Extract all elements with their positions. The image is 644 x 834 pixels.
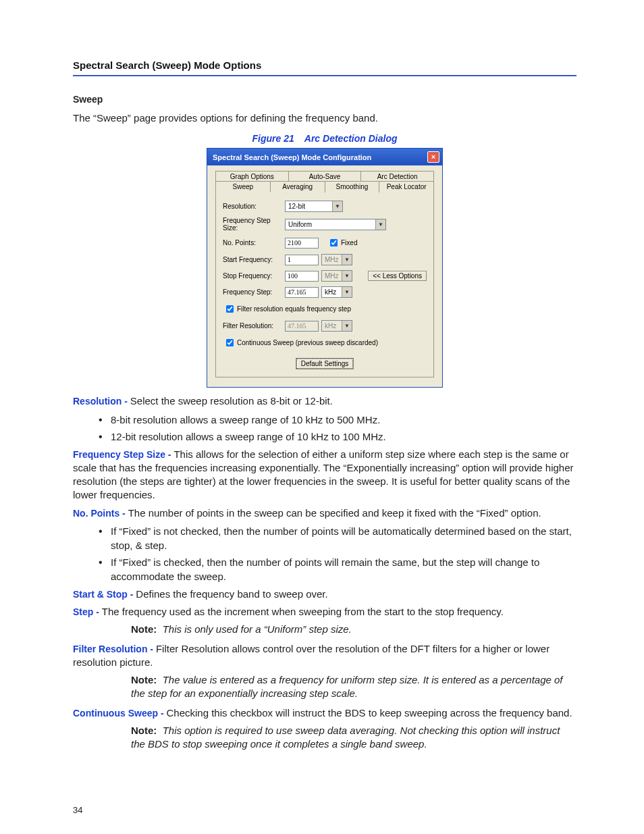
chevron-down-icon: ▼	[375, 219, 385, 230]
freq-step-size-term: Frequency Step Size -	[73, 449, 173, 460]
tab-auto-save[interactable]: Auto-Save	[289, 171, 362, 182]
continuous-sweep-text: Checking this checkbox will instruct the…	[166, 707, 572, 719]
filter-eq-label: Filter resolution equals frequency step	[237, 305, 351, 313]
no-points-input[interactable]	[285, 238, 319, 249]
freq-step-input[interactable]	[285, 287, 319, 298]
tab-sweep[interactable]: Sweep	[215, 181, 271, 192]
filter-res-label: Filter Resolution:	[223, 322, 285, 330]
dialog-title: Spectral Search (Sweep) Mode Configurati…	[213, 153, 371, 161]
dialog-titlebar: Spectral Search (Sweep) Mode Configurati…	[207, 149, 442, 165]
stop-freq-input[interactable]	[285, 271, 319, 282]
sweep-heading: Sweep	[73, 94, 576, 105]
start-stop-definition: Start & Stop - Defines the frequency ban…	[73, 588, 576, 601]
freq-step-size-label: Frequency Step Size:	[223, 217, 285, 232]
start-stop-term: Start & Stop -	[73, 589, 136, 600]
tab-peak-locator[interactable]: Peak Locator	[379, 181, 434, 192]
note-label: Note:	[131, 725, 157, 736]
list-item: If “Fixed” is not checked, then the numb…	[99, 524, 576, 552]
no-points-definition: No. Points - The number of points in the…	[73, 506, 576, 520]
filter-res-unit-select: kHz ▼	[321, 320, 352, 332]
resolution-text: Select the sweep resolution as 8-bit or …	[130, 395, 333, 407]
note-label: Note:	[131, 623, 157, 635]
freq-step-unit-select[interactable]: kHz ▼	[321, 286, 352, 298]
resolution-select[interactable]: 12-bit ▼	[285, 201, 343, 212]
config-dialog: Spectral Search (Sweep) Mode Configurati…	[207, 148, 443, 388]
list-item: 8-bit resolution allows a sweep range of…	[99, 413, 576, 427]
step-note-text: This is only used for a “Uniform” step s…	[163, 623, 352, 635]
chevron-down-icon: ▼	[332, 201, 342, 211]
start-stop-text: Defines the frequency band to sweep over…	[136, 588, 327, 600]
filter-resolution-term: Filter Resolution -	[73, 644, 156, 654]
chevron-down-icon: ▼	[342, 321, 352, 331]
default-settings-button[interactable]: Default Settings	[296, 359, 354, 369]
tab-arc-detection[interactable]: Arc Detection	[361, 171, 434, 182]
tab-averaging[interactable]: Averaging	[271, 181, 325, 192]
resolution-label: Resolution:	[223, 203, 285, 210]
no-points-text: The number of points in the sweep can be…	[128, 507, 541, 519]
freq-step-label: Frequency Step:	[223, 288, 285, 296]
stop-freq-unit: MHz	[325, 272, 339, 280]
list-item: If “Fixed” is checked, then the number o…	[99, 555, 576, 583]
section-title: Spectral Search (Sweep) Mode Options	[73, 59, 576, 76]
stop-freq-label: Stop Frequency:	[223, 272, 285, 280]
freq-step-size-select[interactable]: Uniform ▼	[285, 219, 386, 230]
freq-step-unit: kHz	[325, 288, 336, 296]
list-item: 12-bit resolution allows a sweep range o…	[99, 429, 576, 444]
filter-res-input	[285, 321, 319, 332]
no-points-label: No. Points:	[223, 239, 285, 246]
continuous-sweep-note: Note: This option is required to use swe…	[131, 724, 576, 752]
figure-caption: Figure 21 Arc Detection Dialog	[73, 133, 576, 144]
page-number: 34	[73, 805, 82, 815]
freq-step-size-value: Uniform	[288, 221, 312, 228]
chevron-down-icon: ▼	[342, 271, 352, 281]
resolution-bullets: 8-bit resolution allows a sweep range of…	[99, 413, 576, 444]
filter-res-unit: kHz	[325, 322, 336, 330]
step-definition: Step - The frequency used as the increme…	[73, 605, 576, 619]
continuous-sweep-term: Continuous Sweep -	[73, 708, 166, 719]
continuous-sweep-checkbox[interactable]	[226, 339, 234, 346]
figure-label: Figure 21	[252, 133, 294, 144]
step-note: Note: This is only used for a “Uniform” …	[131, 623, 576, 636]
resolution-definition: Resolution - Select the sweep resolution…	[73, 394, 576, 408]
sweep-intro: The “Sweep” page provides options for de…	[73, 111, 576, 125]
close-icon[interactable]: ×	[427, 151, 439, 163]
start-freq-label: Start Frequency:	[223, 256, 285, 263]
note-label: Note:	[131, 674, 157, 685]
chevron-down-icon: ▼	[342, 287, 352, 297]
sweep-tab-panel: Resolution: 12-bit ▼ Frequency Step Size…	[215, 192, 434, 377]
step-text: The frequency used as the increment when…	[102, 606, 504, 617]
start-freq-unit: MHz	[325, 256, 339, 263]
continuous-sweep-note-text: This option is required to use sweep dat…	[131, 725, 560, 750]
fixed-checkbox[interactable]	[330, 239, 338, 246]
less-options-button[interactable]: << Less Options	[368, 271, 427, 281]
filter-resolution-definition: Filter Resolution - Filter Resolution al…	[73, 642, 576, 670]
tab-graph-options[interactable]: Graph Options	[215, 171, 289, 182]
continuous-sweep-definition: Continuous Sweep - Checking this checkbo…	[73, 706, 576, 720]
filter-resolution-note: Note: The value is entered as a frequenc…	[131, 673, 576, 701]
step-term: Step -	[73, 606, 102, 617]
chevron-down-icon: ▼	[342, 255, 352, 265]
start-freq-input[interactable]	[285, 255, 319, 265]
continuous-sweep-label: Continuous Sweep (previous sweep discard…	[237, 339, 378, 346]
tab-smoothing[interactable]: Smoothing	[325, 181, 380, 192]
resolution-value: 12-bit	[288, 203, 305, 210]
resolution-term: Resolution -	[73, 396, 130, 407]
fixed-label: Fixed	[341, 239, 357, 246]
stop-freq-unit-select: MHz ▼	[321, 270, 352, 282]
no-points-term: No. Points -	[73, 508, 128, 519]
filter-resolution-note-text: The value is entered as a frequency for …	[131, 674, 563, 699]
filter-eq-checkbox[interactable]	[226, 305, 234, 313]
start-freq-unit-select: MHz ▼	[321, 254, 352, 265]
no-points-bullets: If “Fixed” is not checked, then the numb…	[99, 524, 576, 583]
freq-step-size-definition: Frequency Step Size - This allows for th…	[73, 448, 576, 502]
figure-title: Arc Detection Dialog	[304, 133, 398, 144]
